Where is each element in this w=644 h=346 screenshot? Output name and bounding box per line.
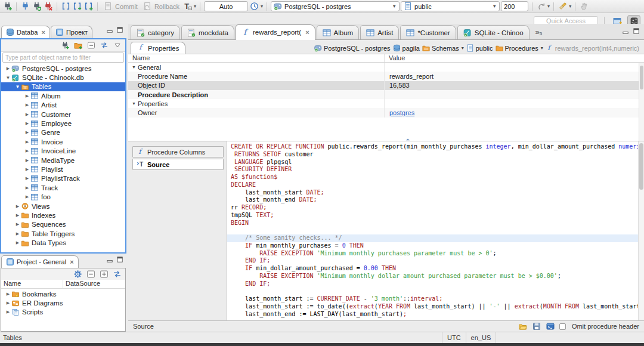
tab-properties[interactable]: f Properties	[131, 42, 185, 54]
close-icon[interactable]: ×	[70, 258, 73, 265]
reconnect-icon[interactable]	[32, 1, 42, 11]
tree-item-postgresql-postgres[interactable]: ▶PostgreSQL - postgres	[1, 64, 125, 73]
link-with-editor-icon[interactable]	[112, 269, 122, 279]
chevron-down-icon[interactable]: ▾	[194, 4, 196, 9]
tree-item-customer[interactable]: ▶Customer	[1, 110, 125, 119]
query-history-icon[interactable]	[249, 1, 259, 11]
commit-button[interactable]: Commit	[101, 1, 140, 11]
expander-arrow-icon[interactable]: ▶	[24, 167, 30, 172]
editor-tab-mockdata[interactable]: mockdata	[181, 25, 234, 39]
code-scrollbar[interactable]	[638, 141, 644, 320]
tree-item-genre[interactable]: ▶Genre	[1, 128, 125, 137]
grid-row-owner[interactable]: Ownerpostgres	[128, 108, 644, 117]
grid-row-properties[interactable]: ▼Properties	[128, 99, 644, 108]
expander-arrow-icon[interactable]: ▼	[5, 75, 11, 81]
disconnect-icon[interactable]	[43, 1, 53, 11]
editor-tab-category[interactable]: category	[131, 25, 180, 39]
grid-scrollbar-thumb[interactable]	[640, 66, 643, 89]
grid-scrollbar[interactable]	[639, 63, 644, 141]
expander-arrow-icon[interactable]: ▶	[24, 194, 30, 199]
refresh-icon[interactable]	[536, 1, 546, 11]
link-with-editor-icon[interactable]	[99, 41, 109, 51]
view-menu-icon[interactable]	[112, 41, 122, 51]
expander-arrow-icon[interactable]: ▶	[14, 231, 21, 236]
close-icon[interactable]: ×	[305, 29, 309, 36]
commit-mode-combo[interactable]: Auto	[204, 1, 248, 11]
side-tab-procedure-columns[interactable]: fProcedure Columns	[132, 146, 224, 157]
editor-tab--customer[interactable]: *Customer	[400, 25, 456, 39]
breadcrumb-item-public[interactable]: public	[466, 44, 493, 52]
chevron-down-icon[interactable]: ▾	[541, 45, 543, 51]
new-connection-icon[interactable]	[2, 1, 13, 11]
collapse-all-icon[interactable]	[86, 269, 96, 279]
omit-procedure-header-checkbox[interactable]	[559, 323, 566, 330]
owner-link[interactable]: postgres	[389, 109, 414, 116]
expander-arrow-icon[interactable]: ▶	[24, 121, 30, 126]
tree-item-views[interactable]: ▶Views	[1, 202, 125, 211]
column-name[interactable]: Name	[1, 280, 63, 288]
tab-project-general[interactable]: Project - General ×	[1, 255, 79, 268]
editor-tab-rewards-report-[interactable]: frewards_report(×	[236, 24, 315, 40]
project-item-bookmarks[interactable]: ▶Bookmarks	[1, 289, 125, 298]
expander-arrow-icon[interactable]: ▶	[24, 130, 30, 135]
open-in-sql-console-icon[interactable]	[546, 322, 556, 332]
expander-arrow-icon[interactable]: ▶	[5, 292, 11, 296]
tree-item-tables[interactable]: ▼Tables	[1, 82, 125, 91]
collapse-all-icon[interactable]	[86, 41, 96, 51]
close-icon[interactable]: ×	[41, 29, 45, 36]
generate-sql-icon[interactable]	[558, 1, 568, 11]
side-tab-source[interactable]: TSource	[132, 159, 224, 170]
active-connection-combo[interactable]: PostgreSQL - postgres ▼	[271, 1, 400, 11]
expander-arrow-icon[interactable]: ▶	[14, 240, 21, 245]
chevron-down-icon[interactable]: ▾	[462, 45, 464, 51]
maximize-icon[interactable]	[116, 26, 124, 35]
expander-arrow-icon[interactable]: ▶	[24, 176, 30, 181]
maximize-icon[interactable]	[116, 256, 124, 265]
expander-arrow-icon[interactable]: ▼	[132, 65, 138, 69]
column-datasource[interactable]: DataSource	[63, 280, 125, 288]
expander-arrow-icon[interactable]: ▶	[14, 222, 21, 227]
rollback-button[interactable]: Rollback	[141, 1, 181, 11]
editor-tab-sqlite-chinoo[interactable]: SQLite - Chinoo	[457, 25, 530, 39]
breadcrumb-item-rewards-report-int4-numeric-[interactable]: frewards_report(int4,numeric)	[546, 44, 639, 52]
expander-arrow-icon[interactable]: ▼	[14, 84, 21, 89]
minimize-icon[interactable]	[622, 27, 630, 36]
fetch-size-input[interactable]: 200	[501, 1, 528, 11]
expander-arrow-icon[interactable]: ▶	[24, 140, 30, 144]
breadcrumb-item-postgresql-postgres[interactable]: PostgreSQL - postgres	[314, 44, 390, 52]
tree-item-invoiceline[interactable]: ▶InvoiceLine	[1, 147, 125, 156]
expander-arrow-icon[interactable]: ▶	[24, 186, 30, 190]
tree-item-sequences[interactable]: ▶Sequences	[1, 220, 125, 229]
expander-arrow-icon[interactable]: ▶	[24, 158, 30, 163]
expander-arrow-icon[interactable]: ▶	[5, 301, 11, 305]
connect-icon[interactable]	[20, 1, 30, 11]
grid-row-general[interactable]: ▼General	[128, 63, 644, 72]
new-connection-icon[interactable]	[60, 41, 70, 51]
tree-item-playlisttrack[interactable]: ▶PlaylistTrack	[1, 174, 125, 183]
source-code[interactable]: CREATE OR REPLACE FUNCTION public.reward…	[227, 143, 638, 320]
tree-item-sqlite-chinook-db[interactable]: ▼SQLite - Chinook.db	[1, 73, 125, 82]
recent-sql-editor-icon[interactable]	[72, 1, 82, 11]
grid-row-procedure-description[interactable]: Procedure Description	[128, 90, 644, 99]
minimize-icon[interactable]	[106, 256, 114, 265]
expander-arrow-icon[interactable]: ▶	[5, 310, 11, 314]
expander-arrow-icon[interactable]: ▶	[24, 149, 30, 153]
object-filter-input[interactable]	[2, 52, 124, 63]
transaction-log-icon[interactable]: T	[182, 1, 193, 11]
load-from-file-icon[interactable]	[518, 322, 528, 332]
code-scrollbar-thumb[interactable]	[639, 143, 643, 190]
expand-all-icon[interactable]	[99, 269, 109, 279]
expander-arrow-icon[interactable]: ▶	[14, 204, 21, 209]
maximize-icon[interactable]	[633, 27, 640, 36]
tree-item-track[interactable]: ▶Track	[1, 183, 125, 192]
chevron-down-icon[interactable]: ▾	[569, 4, 571, 9]
tree-item-indexes[interactable]: ▶Indexes	[1, 211, 125, 220]
expander-arrow-icon[interactable]: ▶	[24, 103, 30, 107]
sql-editor-icon[interactable]	[61, 1, 71, 11]
minimize-icon[interactable]	[106, 26, 114, 35]
chevron-down-icon[interactable]: ▾	[261, 4, 263, 9]
tree-item-artist[interactable]: ▶Artist	[1, 101, 125, 110]
tab-database-navigator[interactable]: Databa ×	[1, 26, 50, 38]
expander-arrow-icon[interactable]: ▼	[132, 101, 138, 106]
new-folder-icon[interactable]	[73, 41, 83, 51]
